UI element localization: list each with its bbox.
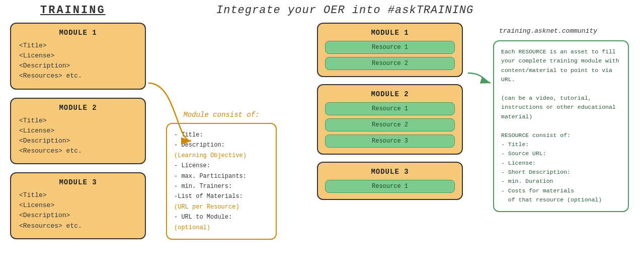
oer-module-1-resource-2: Resource 2 <box>325 57 455 70</box>
module-1-fields: <Title> <License> <Description> <Resourc… <box>19 41 137 82</box>
oer-module-2-resource-1: Resource 1 <box>325 102 455 115</box>
oer-module-2-title: MODULE 2 <box>325 90 455 98</box>
training-module-1: MODULE 1 <Title> <License> <Description>… <box>10 23 146 90</box>
module-consist-label: Module consist of: <box>166 111 277 119</box>
module-3-title: MODULE 3 <box>19 178 137 186</box>
learning-objective: (Learning Objective) <box>174 152 247 159</box>
page: TRAINING Integrate your OER into #askTRA… <box>0 0 644 271</box>
left-title: TRAINING <box>40 4 106 17</box>
resource-description-box: training.asknet.community Each RESOURCE … <box>493 40 629 212</box>
module-consist-box: - Title: - Description: (Learning Object… <box>166 123 277 240</box>
oer-module-2-resource-3: Resource 3 <box>325 134 455 148</box>
resource-consist-label: RESOURCE consist of: <box>501 132 571 139</box>
training-module-2: MODULE 2 <Title> <License> <Description>… <box>10 98 146 165</box>
oer-module-3-title: MODULE 3 <box>325 168 455 176</box>
resource-note: (can be a video, tutorial, instructions … <box>501 95 616 120</box>
left-column: MODULE 1 <Title> <License> <Description>… <box>10 23 146 239</box>
url-per-resource: (URL per Resource) <box>174 204 239 211</box>
oer-module-1-resource-1: Resource 1 <box>325 41 455 54</box>
oer-modules-column: MODULE 1 Resource 1 Resource 2 MODULE 2 … <box>317 23 463 200</box>
resource-consist-items: - Title: - Source URL: - License: - Shor… <box>501 141 602 203</box>
oer-module-1-title: MODULE 1 <box>325 29 455 37</box>
oer-module-2-resource-2: Resource 2 <box>325 118 455 131</box>
module-2-title: MODULE 2 <box>19 104 137 112</box>
optional-note: (optional) <box>174 224 210 231</box>
module-3-fields: <Title> <License> <Description> <Resourc… <box>19 190 137 231</box>
oer-module-3: MODULE 3 Resource 1 <box>317 162 463 200</box>
oer-module-3-resource-1: Resource 1 <box>325 180 455 193</box>
module-1-title: MODULE 1 <box>19 29 137 37</box>
training-module-3: MODULE 3 <Title> <License> <Description>… <box>10 172 146 239</box>
oer-module-1: MODULE 1 Resource 1 Resource 2 <box>317 23 463 77</box>
module-consist-section: Module consist of: - Title: - Descriptio… <box>166 111 277 240</box>
website-url: training.asknet.community <box>499 26 597 37</box>
module-2-fields: <Title> <License> <Description> <Resourc… <box>19 116 137 157</box>
main-title: Integrate your OER into #askTRAINING <box>216 4 473 17</box>
resource-intro: Each RESOURCE is an asset to fill your c… <box>501 48 619 83</box>
oer-module-2: MODULE 2 Resource 1 Resource 2 Resource … <box>317 84 463 155</box>
